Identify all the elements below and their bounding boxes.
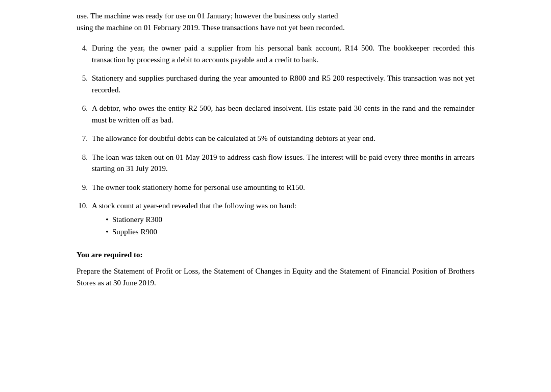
item-content: A debtor, who owes the entity R2 500, ha… [92,103,474,126]
list-item: 6. A debtor, who owes the entity R2 500,… [77,103,474,126]
list-item: 8. The loan was taken out on 01 May 2019… [77,152,474,175]
intro-line1: use. The machine was ready for use on 01… [77,12,338,20]
item-number: 5. [77,72,92,95]
page-container: use. The machine was ready for use on 01… [56,0,495,309]
intro-text: use. The machine was ready for use on 01… [77,10,474,33]
item-content: The loan was taken out on 01 May 2019 to… [92,152,474,175]
item-content: The owner took stationery home for perso… [92,182,474,193]
list-item: 7. The allowance for doubtful debts can … [77,133,474,144]
item-number: 10. [77,200,92,239]
bullet-item: • Stationery R300 [102,214,474,226]
item-10-text: A stock count at year-end revealed that … [92,202,296,210]
item-number: 7. [77,133,92,144]
list-item: 4. During the year, the owner paid a sup… [77,42,474,65]
item-content: A stock count at year-end revealed that … [92,200,474,239]
item-number: 4. [77,42,92,65]
section-divider: You are required to: Prepare the Stateme… [77,249,474,289]
item-number: 9. [77,182,92,193]
item-number: 8. [77,152,92,175]
bullet-text: Supplies R900 [112,226,157,238]
item-content: The allowance for doubtful debts can be … [92,133,474,144]
intro-line2: using the machine on 01 February 2019. T… [77,23,345,32]
numbered-list: 4. During the year, the owner paid a sup… [77,42,474,239]
list-item: 10. A stock count at year-end revealed t… [77,200,474,239]
bullet-list: • Stationery R300 • Supplies R900 [92,214,474,238]
list-item: 5. Stationery and supplies purchased dur… [77,72,474,95]
bullet-dot: • [102,226,112,238]
bullet-text: Stationery R300 [112,214,162,226]
required-body: Prepare the Statement of Profit or Loss,… [77,265,474,288]
required-heading: You are required to: [77,249,474,261]
bullet-item: • Supplies R900 [102,226,474,238]
item-content: Stationery and supplies purchased during… [92,72,474,95]
item-content: During the year, the owner paid a suppli… [92,42,474,65]
bullet-dot: • [102,214,112,226]
list-item: 9. The owner took stationery home for pe… [77,182,474,193]
item-number: 6. [77,103,92,126]
